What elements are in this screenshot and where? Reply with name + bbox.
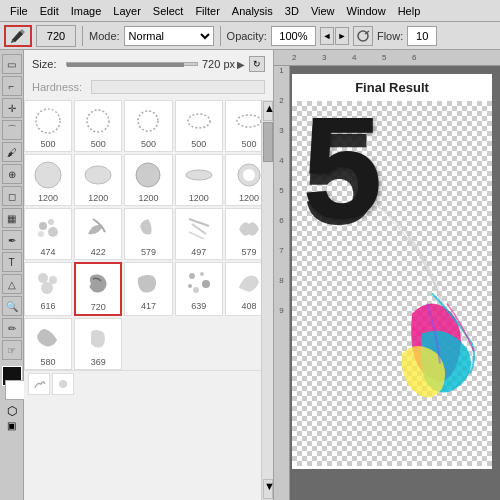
svg-point-28 — [59, 380, 67, 388]
text-tool[interactable]: T — [2, 252, 22, 272]
color-splash-svg — [292, 101, 492, 466]
svg-point-7 — [35, 162, 61, 188]
brush-cell-13[interactable]: 497 — [175, 208, 223, 260]
ruler-v-mark-9: 9 — [274, 306, 289, 336]
eyedropper-tool[interactable]: ✏ — [2, 318, 22, 338]
rectangle-select-tool[interactable]: ▭ — [2, 54, 22, 74]
zoom-tool[interactable]: 🔍 — [2, 296, 22, 316]
ruler-v-mark-3: 3 — [274, 126, 289, 156]
brush-cell-20[interactable]: 580 — [24, 318, 72, 370]
ruler-v-mark-5: 5 — [274, 186, 289, 216]
screen-mode-button[interactable]: ▣ — [7, 420, 16, 431]
svg-point-22 — [41, 282, 53, 294]
scroll-thumb[interactable] — [263, 122, 273, 162]
svg-point-27 — [188, 284, 192, 288]
size-arrow[interactable]: ▶ — [237, 59, 245, 70]
brush-indicator-1[interactable] — [28, 373, 50, 395]
size-slider[interactable] — [66, 62, 198, 66]
scroll-up-button[interactable]: ▲ — [263, 101, 273, 121]
shape-tool[interactable]: △ — [2, 274, 22, 294]
ruler-vertical: 1 2 3 4 5 6 7 8 9 — [274, 66, 290, 500]
ruler-v-mark-6: 6 — [274, 216, 289, 246]
flow-input[interactable] — [407, 26, 437, 46]
svg-point-26 — [193, 287, 199, 293]
menu-analysis[interactable]: Analysis — [226, 3, 279, 19]
ruler-horizontal: 2 3 4 5 6 — [274, 50, 500, 66]
canvas-with-ruler: 1 2 3 4 5 6 7 8 9 5 — [274, 66, 500, 500]
move-tool[interactable]: ✛ — [2, 98, 22, 118]
menu-edit[interactable]: Edit — [34, 3, 65, 19]
brush-cell-10[interactable]: 474 — [24, 208, 72, 260]
menu-window[interactable]: Window — [341, 3, 392, 19]
hardness-label: Hardness: — [32, 81, 87, 93]
menu-image[interactable]: Image — [65, 3, 108, 19]
menu-view[interactable]: View — [305, 3, 341, 19]
brush-cell-3[interactable]: 500 — [175, 100, 223, 152]
brush-tool[interactable]: 🖌 — [2, 142, 22, 162]
final-result-title: Final Result — [292, 74, 492, 101]
canvas-area: 2 3 4 5 6 1 2 3 4 5 6 7 8 9 — [274, 50, 500, 500]
brush-cell-11[interactable]: 422 — [74, 208, 122, 260]
brush-cell-5[interactable]: 1200 — [24, 154, 72, 206]
opacity-label: Opacity: — [227, 30, 267, 42]
svg-point-10 — [186, 170, 212, 180]
refresh-button[interactable]: ↻ — [249, 56, 265, 72]
hardness-slider[interactable] — [91, 80, 265, 94]
svg-point-21 — [49, 276, 57, 284]
brush-cell-2[interactable]: 500 — [124, 100, 172, 152]
menu-filter[interactable]: Filter — [189, 3, 225, 19]
brush-cell-15[interactable]: 616 — [24, 262, 72, 316]
menu-3d[interactable]: 3D — [279, 3, 305, 19]
lasso-tool[interactable]: ⌒ — [2, 120, 22, 140]
hand-tool[interactable]: ☞ — [2, 340, 22, 360]
brush-cell-12[interactable]: 579 — [124, 208, 172, 260]
svg-point-23 — [189, 273, 195, 279]
svg-point-20 — [38, 273, 48, 283]
brush-indicator-2[interactable] — [52, 373, 74, 395]
svg-point-6 — [237, 115, 261, 127]
brush-cell-0[interactable]: 500 — [24, 100, 72, 152]
final-result-panel: Final Result 5 — [292, 74, 492, 469]
size-row: Size: 720 px ▶ ↻ — [24, 50, 273, 78]
pen-tool[interactable]: ✒ — [2, 230, 22, 250]
brush-cell-17[interactable]: 417 — [124, 262, 172, 316]
mode-dropdown[interactable]: Normal — [124, 26, 214, 46]
brush-cell-6[interactable]: 1200 — [74, 154, 122, 206]
clone-tool[interactable]: ⊕ — [2, 164, 22, 184]
background-color[interactable] — [5, 380, 25, 400]
ruler-h-mark-5: 5 — [382, 53, 412, 62]
svg-point-5 — [188, 114, 210, 128]
gradient-tool[interactable]: ▦ — [2, 208, 22, 228]
separator-2 — [220, 26, 221, 46]
brush-cell-1[interactable]: 500 — [74, 100, 122, 152]
brush-cell-21[interactable]: 369 — [74, 318, 122, 370]
size-display: 720 px — [202, 58, 235, 70]
mode-label: Mode: — [89, 30, 120, 42]
brush-cell-16[interactable]: 720 — [74, 262, 122, 316]
svg-point-4 — [138, 111, 158, 131]
brush-size-button[interactable]: 720 — [36, 25, 76, 47]
svg-point-16 — [38, 231, 44, 237]
crop-tool[interactable]: ⌐ — [2, 76, 22, 96]
opacity-decrease[interactable]: ◄ — [320, 27, 334, 45]
brush-tool-button[interactable] — [4, 25, 32, 47]
brush-scrollbar[interactable]: ▲ ▼ — [261, 100, 273, 500]
airbrush-button[interactable] — [353, 26, 373, 46]
opacity-input[interactable] — [271, 26, 316, 46]
brush-panel: Size: 720 px ▶ ↻ Hardness: — [24, 50, 274, 500]
brush-cell-8[interactable]: 1200 — [175, 154, 223, 206]
inner-grid: 500 500 500 500 — [24, 100, 273, 500]
ruler-h-mark-4: 4 — [352, 53, 382, 62]
brush-cell-7[interactable]: 1200 — [124, 154, 172, 206]
menu-help[interactable]: Help — [392, 3, 427, 19]
opacity-increase[interactable]: ► — [335, 27, 349, 45]
quick-mask-button[interactable]: ⬡ — [7, 404, 17, 418]
menu-select[interactable]: Select — [147, 3, 190, 19]
ruler-v-mark-7: 7 — [274, 246, 289, 276]
brush-cell-18[interactable]: 639 — [175, 262, 223, 316]
toolbar: 720 Mode: Normal Opacity: ◄ ► Flow: — [0, 22, 500, 50]
menu-file[interactable]: File — [4, 3, 34, 19]
eraser-tool[interactable]: ◻ — [2, 186, 22, 206]
menu-layer[interactable]: Layer — [107, 3, 147, 19]
scroll-down-button[interactable]: ▼ — [263, 479, 273, 499]
